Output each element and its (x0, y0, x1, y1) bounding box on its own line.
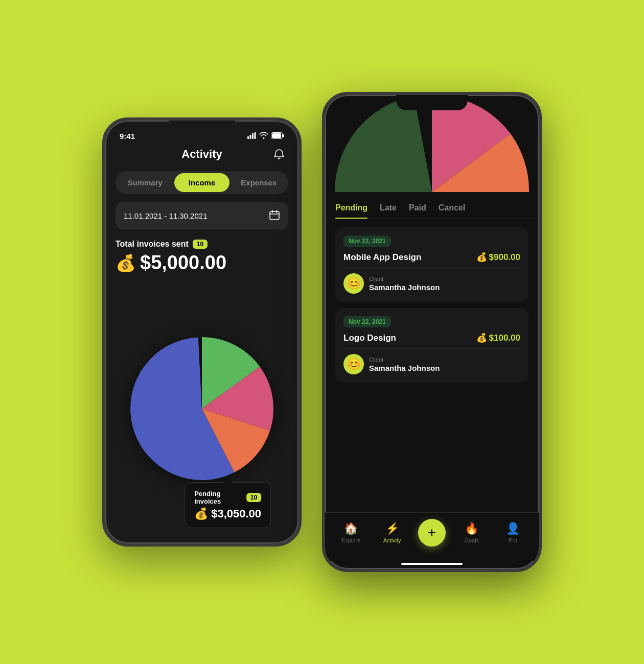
activity-label: Activity (383, 537, 401, 543)
bell-icon[interactable] (270, 145, 288, 163)
pie-chart-svg (130, 337, 273, 480)
tooltip-amount: 💰 $3,050.00 (194, 507, 261, 520)
invoice-money-icon-1: 💰 (476, 252, 487, 263)
svg-rect-5 (283, 134, 284, 137)
invoice-date-1: Nov 22, 2021 (343, 235, 391, 247)
summary-label: Total invoices sent 10 (116, 240, 288, 249)
invoice-name-2: Logo Design (343, 333, 396, 343)
left-phone: 9:41 (102, 117, 302, 547)
invoice-card-1[interactable]: Nov 22, 2021 Mobile App Design 💰 $900.00… (335, 227, 528, 302)
invoice-list: Nov 22, 2021 Mobile App Design 💰 $900.00… (325, 219, 539, 512)
explore-icon: 🏠 (344, 522, 358, 535)
goals-label: Goals (464, 537, 479, 543)
client-label-1: Client (369, 276, 440, 282)
svg-rect-6 (272, 133, 281, 138)
divider-2 (343, 348, 520, 349)
tab-income[interactable]: Income (174, 173, 229, 192)
invoice-name-1: Mobile App Design (343, 252, 421, 263)
add-button[interactable]: + (418, 519, 446, 547)
client-info-1: Client Samantha Johnson (369, 276, 440, 292)
client-avatar-1: 😊 (343, 273, 364, 294)
svg-rect-7 (270, 211, 279, 220)
tooltip-box: Pending invoices 10 💰 $3,050.00 (185, 482, 271, 528)
svg-rect-1 (250, 135, 251, 139)
invoice-amount-1: 💰 $900.00 (476, 252, 520, 263)
client-info-2: Client Samantha Johnson (369, 357, 440, 372)
home-indicator (401, 563, 463, 565)
pro-label: Pro (509, 537, 517, 543)
svg-rect-2 (252, 133, 254, 139)
goals-icon: 🔥 (465, 522, 478, 535)
left-phone-content: Activity Summary Income Expenses 11.01.2… (105, 144, 298, 543)
invoice-count-badge: 10 (193, 240, 208, 249)
invoice-row-2: Logo Design 💰 $100.00 (343, 333, 520, 343)
right-chart-top (325, 95, 539, 197)
svg-rect-3 (255, 132, 256, 139)
bottom-nav: 🏠 Explore ⚡ Activity + 🔥 Goals 👤 Pro (325, 512, 539, 561)
tooltip-label: Pending invoices 10 (194, 490, 261, 505)
pro-icon: 👤 (506, 522, 520, 535)
wifi-icon (259, 132, 268, 140)
date-range-value: 11.01.2021 - 11.30.2021 (124, 211, 207, 220)
filter-tab-pending[interactable]: Pending (335, 197, 367, 219)
invoice-row-1: Mobile App Design 💰 $900.00 (343, 252, 520, 263)
calendar-icon (269, 209, 280, 222)
invoice-amount-2: 💰 $100.00 (476, 333, 520, 343)
invoice-card-2[interactable]: Nov 22, 2021 Logo Design 💰 $100.00 😊 Cli… (335, 308, 528, 383)
tab-summary[interactable]: Summary (118, 173, 172, 192)
time-left: 9:41 (120, 132, 135, 140)
tab-expenses[interactable]: Expenses (232, 173, 286, 192)
filter-tabs: Pending Late Paid Cancel (325, 197, 539, 219)
activity-icon: ⚡ (385, 522, 399, 535)
svg-rect-0 (247, 136, 249, 139)
nav-activity[interactable]: ⚡ Activity (377, 522, 407, 543)
signal-icon (247, 132, 257, 140)
client-avatar-2: 😊 (343, 354, 364, 374)
divider-1 (343, 268, 520, 268)
pie-chart-container: Pending invoices 10 💰 $3,050.00 (116, 284, 288, 533)
client-row-1: 😊 Client Samantha Johnson (343, 273, 520, 294)
filter-tab-paid[interactable]: Paid (409, 197, 426, 219)
app-title: Activity (181, 148, 222, 161)
client-label-2: Client (369, 357, 440, 363)
nav-pro[interactable]: 👤 Pro (498, 522, 528, 543)
explore-label: Explore (341, 537, 360, 543)
nav-explore[interactable]: 🏠 Explore (335, 522, 366, 543)
right-partial-chart (335, 95, 529, 192)
tooltip-money-emoji: 💰 (194, 507, 208, 520)
battery-icon (271, 132, 284, 140)
client-name-2: Samantha Johnson (369, 364, 440, 372)
filter-tab-cancel[interactable]: Cancel (439, 197, 465, 219)
status-icons-left (247, 132, 284, 140)
right-phone-content: Pending Late Paid Cancel Nov 22, 2021 Mo… (325, 197, 539, 569)
money-emoji: 💰 (116, 253, 136, 273)
invoice-date-2: Nov 22, 2021 (343, 316, 391, 327)
app-header: Activity (116, 144, 288, 163)
total-amount: 💰 $5,000.00 (116, 252, 288, 274)
right-phone: Pending Late Paid Cancel Nov 22, 2021 Mo… (322, 92, 542, 572)
status-bar-left: 9:41 (105, 125, 298, 144)
invoice-money-icon-2: 💰 (476, 333, 487, 343)
scene: 9:41 (0, 0, 644, 664)
tab-switcher: Summary Income Expenses (116, 171, 288, 194)
client-name-1: Samantha Johnson (369, 283, 440, 292)
client-row-2: 😊 Client Samantha Johnson (343, 354, 520, 374)
nav-goals[interactable]: 🔥 Goals (456, 522, 487, 543)
summary-section: Total invoices sent 10 💰 $5,000.00 (116, 238, 288, 276)
date-picker[interactable]: 11.01.2021 - 11.30.2021 (116, 202, 288, 229)
filter-tab-late[interactable]: Late (380, 197, 397, 219)
tooltip-count: 10 (246, 493, 261, 502)
